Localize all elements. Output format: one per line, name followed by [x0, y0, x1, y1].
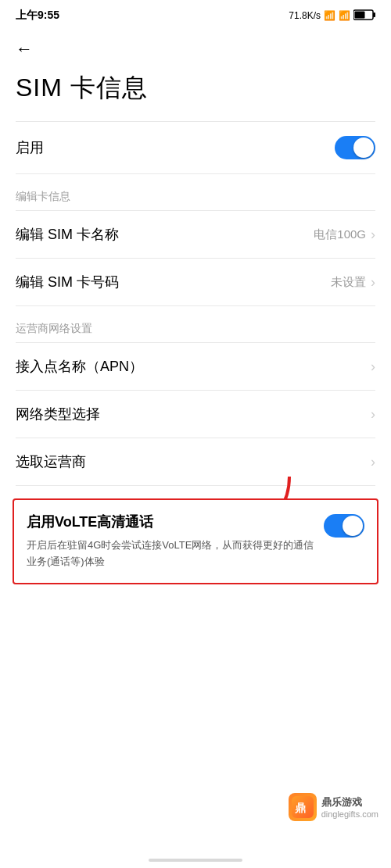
divider-8	[16, 485, 375, 486]
edit-card-header: 编辑卡信息	[0, 174, 391, 210]
status-right: 71.8K/s 📶 📶	[289, 9, 375, 23]
page-title: SIM 卡信息	[0, 63, 391, 121]
edit-sim-number-value: 未设置	[331, 275, 366, 290]
apn-right: ›	[371, 359, 375, 375]
chevron-icon-5: ›	[371, 454, 375, 470]
watermark-label: 鼎乐游戏 dinglegifts.com	[321, 795, 378, 819]
battery-icon	[353, 9, 375, 23]
toggle-knob	[353, 138, 374, 158]
watermark: 鼎 鼎乐游戏 dinglegifts.com	[289, 793, 378, 821]
enable-label: 启用	[16, 138, 44, 157]
volte-title: 启用VoLTE高清通话	[27, 513, 314, 531]
wifi-icon: 📶	[339, 10, 350, 21]
network-type-row[interactable]: 网络类型选择 ›	[0, 391, 391, 438]
svg-text:鼎: 鼎	[295, 802, 306, 814]
chevron-icon-2: ›	[371, 274, 375, 291]
chevron-icon-4: ›	[371, 406, 375, 423]
chevron-icon-3: ›	[371, 359, 375, 375]
signal-icon: 📶	[324, 10, 335, 21]
network-type-right: ›	[371, 406, 375, 423]
svg-rect-1	[373, 13, 375, 17]
volte-box: 启用VoLTE高清通话 开启后在驻留4G时会尝试连接VoLTE网络，从而获得更好…	[13, 498, 378, 584]
edit-sim-name-label: 编辑 SIM 卡名称	[16, 225, 119, 244]
network-header: 运营商网络设置	[0, 306, 391, 342]
volte-toggle-area	[324, 513, 364, 538]
chevron-icon: ›	[371, 227, 375, 243]
apn-label: 接入点名称（APN）	[16, 357, 143, 376]
volte-text-area: 启用VoLTE高清通话 开启后在驻留4G时会尝试连接VoLTE网络，从而获得更好…	[27, 513, 314, 570]
edit-sim-number-right: 未设置 ›	[331, 274, 375, 291]
back-button[interactable]: ←	[0, 31, 391, 63]
operator-right: ›	[371, 454, 375, 470]
operator-label: 选取运营商	[16, 452, 86, 471]
status-time: 上午9:55	[16, 9, 59, 23]
enable-toggle[interactable]	[335, 136, 375, 159]
edit-sim-number-row[interactable]: 编辑 SIM 卡号码 未设置 ›	[0, 259, 391, 305]
watermark-logo: 鼎	[289, 793, 317, 821]
edit-sim-number-label: 编辑 SIM 卡号码	[16, 273, 119, 291]
volte-toggle-knob	[343, 516, 363, 536]
enable-row: 启用	[0, 122, 391, 173]
apn-row[interactable]: 接入点名称（APN） ›	[0, 343, 391, 390]
edit-sim-name-value: 电信100G	[314, 227, 366, 242]
operator-row[interactable]: 选取运营商 ›	[0, 438, 391, 485]
volte-desc: 开启后在驻留4G时会尝试连接VoLTE网络，从而获得更好的通信业务(通话等)体验	[27, 538, 314, 570]
home-indicator	[149, 859, 242, 862]
network-type-label: 网络类型选择	[16, 405, 100, 423]
volte-toggle[interactable]	[324, 514, 364, 538]
status-bar: 上午9:55 71.8K/s 📶 📶	[0, 0, 391, 31]
svg-rect-2	[355, 11, 365, 18]
network-speed: 71.8K/s	[289, 10, 321, 21]
edit-sim-name-row[interactable]: 编辑 SIM 卡名称 电信100G ›	[0, 211, 391, 258]
edit-sim-name-right: 电信100G ›	[314, 227, 375, 243]
